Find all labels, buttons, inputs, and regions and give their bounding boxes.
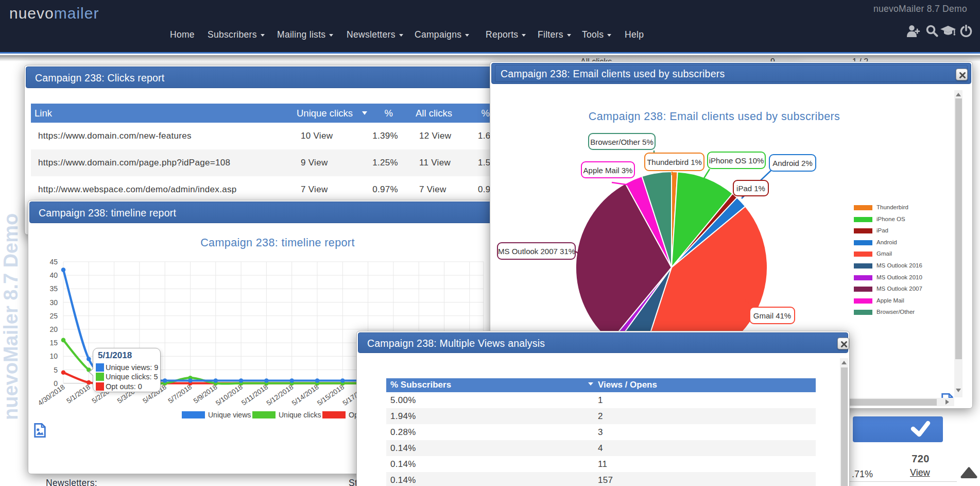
svg-text:4/30/2018: 4/30/2018 [37, 383, 66, 407]
svg-text:5/14/2018: 5/14/2018 [290, 383, 320, 407]
svg-text:5/7/2018: 5/7/2018 [167, 383, 194, 405]
svg-text:5/11/2018: 5/11/2018 [240, 383, 269, 407]
svg-text:Unique views: Unique views [208, 411, 251, 419]
svg-text:5/1/2018: 5/1/2018 [65, 383, 92, 405]
svg-text:40: 40 [49, 271, 58, 279]
svg-text:10: 10 [49, 352, 58, 360]
svg-text:45: 45 [49, 258, 58, 266]
svg-text:Unique clicks: Unique clicks [279, 411, 321, 419]
svg-text:30: 30 [49, 298, 58, 307]
svg-text:20: 20 [49, 325, 58, 333]
svg-text:5/12/2018: 5/12/2018 [265, 383, 295, 407]
svg-text:35: 35 [49, 284, 58, 293]
svg-text:5/15/2018: 5/15/2018 [316, 383, 346, 407]
svg-text:5/10/2018: 5/10/2018 [214, 383, 244, 407]
svg-text:15: 15 [49, 339, 58, 347]
svg-text:5: 5 [54, 366, 58, 374]
svg-text:25: 25 [49, 312, 58, 320]
